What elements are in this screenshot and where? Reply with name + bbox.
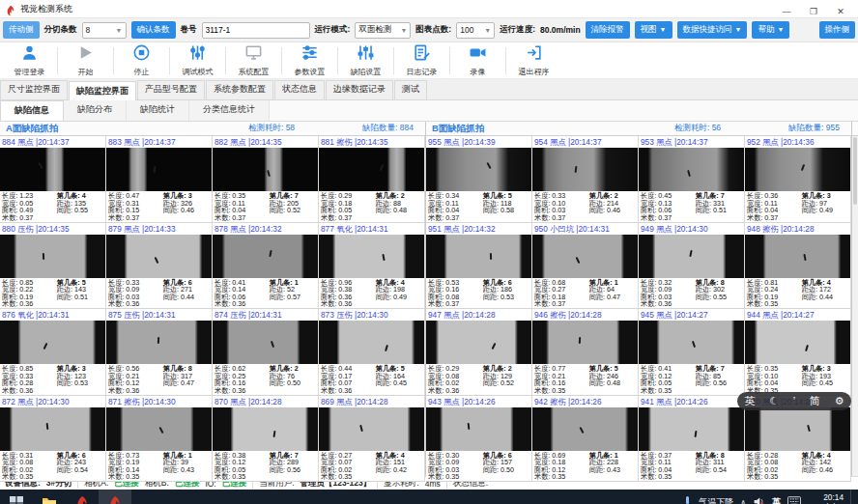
close-button[interactable]: ✕ xyxy=(827,5,854,17)
toolbar-button-exit[interactable]: 退出程序 xyxy=(506,43,561,77)
data-quick-access-menu-button[interactable]: 数据快捷访问▼ xyxy=(677,21,748,39)
roll-no-input[interactable] xyxy=(202,22,310,39)
defect-cell[interactable]: 942 擦伤 |20:14:26长度: 0.69宽度: 0.18面积: 0.12… xyxy=(532,396,639,482)
input-language-indicator[interactable]: 英 xyxy=(772,496,781,504)
defect-cell[interactable]: 943 黑点 |20:14:26长度: 0.30宽度: 0.09面积: 0.03… xyxy=(426,396,532,482)
app-instance-1-button[interactable] xyxy=(66,490,99,504)
main-tab[interactable]: 边缘数据记录 xyxy=(326,80,393,99)
start-button[interactable] xyxy=(0,490,33,504)
help-menu-button[interactable]: 帮助▼ xyxy=(752,21,789,39)
main-tab[interactable]: 系统参数配置 xyxy=(206,80,273,99)
defect-cell[interactable]: 955 黑点 |20:14:39长度: 0.34宽度: 0.11面积: 0.04… xyxy=(426,136,532,222)
defect-thumbnail-image[interactable] xyxy=(106,321,212,364)
ime-english-toggle[interactable]: 英 xyxy=(744,396,755,406)
defect-cell[interactable]: 952 黑点 |20:14:36长度: 0.36宽度: 0.11面积: 0.04… xyxy=(745,136,851,222)
main-tab[interactable]: 尺寸监控界面 xyxy=(0,80,68,99)
vertical-scrollbar[interactable] xyxy=(852,136,858,476)
clock[interactable]: 20:14 2025/2/10 xyxy=(808,493,844,504)
defect-cell[interactable]: 873 压伤 |20:14:30长度: 0.44宽度: 0.17面积: 0.07… xyxy=(319,309,425,395)
defect-thumbnail-image[interactable] xyxy=(213,235,318,278)
speaker-icon[interactable] xyxy=(753,495,765,504)
file-explorer-button[interactable] xyxy=(33,490,66,504)
toolbar-button-log[interactable]: 日志记录 xyxy=(394,43,449,77)
defect-thumbnail-image[interactable] xyxy=(426,321,531,364)
defect-cell[interactable]: 948 擦伤 |20:14:28长度: 0.81宽度: 0.24面积: 0.19… xyxy=(745,223,851,309)
toolbar-button-user[interactable]: 管理登录 xyxy=(2,43,57,77)
main-tab[interactable]: 测试 xyxy=(394,80,427,99)
defect-cell[interactable]: 874 压伤 |20:14:31长度: 0.62宽度: 0.25面积: 0.16… xyxy=(213,309,319,395)
defect-thumbnail-image[interactable] xyxy=(319,148,424,191)
defect-cell[interactable]: 876 氧化 |20:14:31长度: 0.85宽度: 0.33面积: 0.28… xyxy=(0,309,106,395)
sub-tab[interactable]: 分类信息统计 xyxy=(189,100,270,121)
defect-cell[interactable]: 954 黑点 |20:14:37长度: 0.33宽度: 0.10面积: 0.03… xyxy=(532,136,639,222)
toolbar-button-equalizer[interactable]: 缺陷设置 xyxy=(338,43,393,77)
defect-cell[interactable]: 871 擦伤 |20:14:30长度: 0.73宽度: 0.19面积: 0.14… xyxy=(106,396,213,482)
defect-thumbnail-image[interactable] xyxy=(106,407,212,451)
main-tab[interactable]: 产品型号配置 xyxy=(137,80,205,99)
sub-tab[interactable]: 缺陷信息 xyxy=(0,100,64,121)
main-tab[interactable]: 缺陷监控界面 xyxy=(69,81,136,100)
defect-thumbnail-image[interactable] xyxy=(213,148,318,191)
defect-thumbnail-image[interactable] xyxy=(532,235,638,278)
chart-points-select[interactable]: 100▼ xyxy=(456,22,495,39)
defect-cell[interactable]: 944 黑点 |20:14:27长度: 0.35宽度: 0.10面积: 0.04… xyxy=(745,309,851,395)
defect-cell[interactable]: 949 黑点 |20:14:30长度: 0.32宽度: 0.09面积: 0.03… xyxy=(639,223,745,309)
defect-cell[interactable]: 872 黑点 |20:14:30长度: 0.31宽度: 0.08面积: 0.02… xyxy=(0,396,106,482)
defect-thumbnail-image[interactable] xyxy=(532,407,638,451)
defect-cell[interactable]: 875 压伤 |20:14:31长度: 0.56宽度: 0.21面积: 0.12… xyxy=(106,309,213,395)
maximize-button[interactable]: ❐ xyxy=(800,5,827,17)
defect-thumbnail-image[interactable] xyxy=(745,148,850,191)
defect-thumbnail-image[interactable] xyxy=(745,407,850,451)
defect-cell[interactable]: 869 黑点 |20:14:28长度: 0.27宽度: 0.07面积: 0.02… xyxy=(319,396,425,482)
slit-count-select[interactable]: 8▼ xyxy=(82,22,127,39)
defect-thumbnail-image[interactable] xyxy=(0,235,105,278)
defect-thumbnail-image[interactable] xyxy=(639,321,744,364)
defect-thumbnail-image[interactable] xyxy=(639,235,744,278)
run-mode-select[interactable]: 双面检测▼ xyxy=(355,22,411,39)
defect-cell[interactable]: 877 氧化 |20:14:31长度: 0.96宽度: 0.38面积: 0.36… xyxy=(319,223,425,309)
ime-simplified-toggle[interactable]: 简 xyxy=(810,396,820,406)
weather-text[interactable]: 气温下降 xyxy=(699,496,733,504)
defect-thumbnail-image[interactable] xyxy=(106,148,212,191)
defect-thumbnail-image[interactable] xyxy=(213,321,318,364)
defect-thumbnail-image[interactable] xyxy=(745,321,850,364)
defect-cell[interactable]: 950 小凹坑 |20:14:31长度: 0.68宽度: 0.27面积: 0.1… xyxy=(532,223,639,309)
defect-thumbnail-image[interactable] xyxy=(106,235,212,278)
defect-cell[interactable]: 941 黑点 |20:14:26长度: 0.37宽度: 0.11面积: 0.04… xyxy=(639,396,745,482)
defect-cell[interactable]: 883 黑点 |20:14:37长度: 0.47宽度: 0.31面积: 0.15… xyxy=(106,136,213,222)
gear-icon[interactable]: ⚙ xyxy=(835,396,844,406)
minimize-button[interactable]: — xyxy=(773,5,800,17)
sub-tab[interactable]: 缺陷分布 xyxy=(64,100,127,121)
defect-cell[interactable]: 878 黑点 |20:14:32长度: 0.41宽度: 0.14面积: 0.06… xyxy=(213,223,319,309)
confirm-slit-button[interactable]: 确认条数 xyxy=(131,21,176,39)
defect-thumbnail-image[interactable] xyxy=(426,148,531,191)
toolbar-button-stop[interactable]: 停止 xyxy=(114,43,169,77)
clear-alarm-button[interactable]: 清除报警 xyxy=(586,21,630,39)
toolbar-button-tune[interactable]: 调试模式 xyxy=(170,43,225,77)
defect-thumbnail-image[interactable] xyxy=(0,407,105,451)
toolbar-button-play[interactable]: 开始 xyxy=(58,43,113,77)
defect-cell[interactable]: 953 黑点 |20:14:37长度: 0.45宽度: 0.13面积: 0.06… xyxy=(639,136,745,222)
view-menu-button[interactable]: 视图▼ xyxy=(635,21,672,39)
defect-cell[interactable]: 870 黑点 |20:14:28长度: 0.38宽度: 0.12面积: 0.05… xyxy=(213,396,319,482)
touch-keyboard-icon[interactable] xyxy=(787,496,801,504)
defect-thumbnail-image[interactable] xyxy=(319,321,424,364)
show-desktop-button[interactable] xyxy=(850,490,855,504)
defect-thumbnail-image[interactable] xyxy=(426,235,531,278)
defect-thumbnail-image[interactable] xyxy=(745,235,850,278)
defect-thumbnail-image[interactable] xyxy=(213,407,318,451)
toolbar-button-sliders[interactable]: 参数设置 xyxy=(282,43,337,77)
defect-thumbnail-image[interactable] xyxy=(319,407,424,451)
defect-cell[interactable]: 951 黑点 |20:14:32长度: 0.53宽度: 0.16面积: 0.08… xyxy=(426,223,532,309)
defect-thumbnail-image[interactable] xyxy=(532,148,638,191)
drive-side-button[interactable]: 传动侧 xyxy=(3,21,40,39)
defect-cell[interactable]: 945 黑点 |20:14:27长度: 0.41宽度: 0.12面积: 0.05… xyxy=(639,309,745,395)
defect-thumbnail-image[interactable] xyxy=(639,407,744,451)
defect-cell[interactable]: 879 黑点 |20:14:33长度: 0.33宽度: 0.09面积: 0.03… xyxy=(106,223,213,309)
defect-thumbnail-image[interactable] xyxy=(532,321,638,364)
operator-side-button[interactable]: 操作侧 xyxy=(819,21,856,39)
toolbar-button-monitor[interactable]: 系统配置 xyxy=(226,43,281,77)
app-instance-2-button[interactable] xyxy=(99,490,131,504)
defect-cell[interactable]: 946 擦伤 |20:14:28长度: 0.77宽度: 0.21面积: 0.16… xyxy=(532,309,639,395)
sub-tab[interactable]: 缺陷统计 xyxy=(127,100,189,121)
